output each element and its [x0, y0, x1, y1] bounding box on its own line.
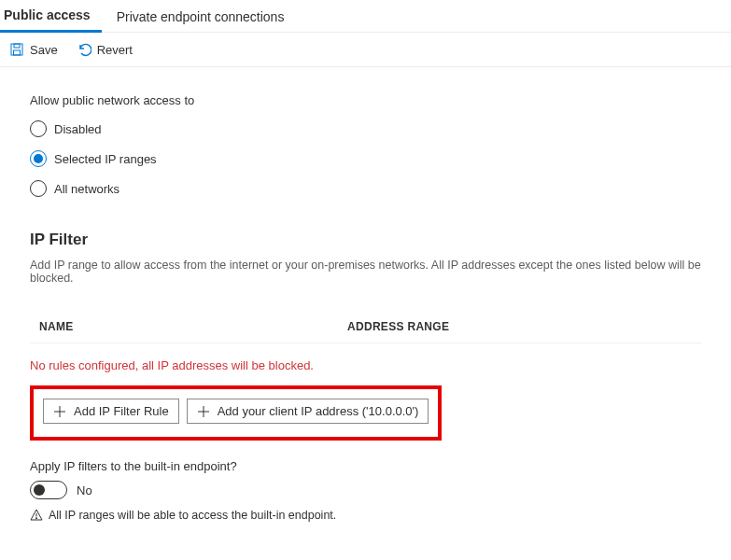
- add-client-ip-button[interactable]: Add your client IP address ('10.0.0.0'): [187, 399, 429, 424]
- apply-filters-info-text: All IP ranges will be able to access the…: [49, 509, 336, 522]
- apply-filters-label: Apply IP filters to the built-in endpoin…: [30, 459, 701, 473]
- apply-filters-toggle-row: No: [30, 481, 701, 499]
- radio-option-disabled[interactable]: Disabled: [30, 120, 701, 137]
- apply-filters-toggle-value: No: [77, 483, 92, 497]
- apply-filters-toggle[interactable]: [30, 481, 67, 499]
- radio-label-selected-ip: Selected IP ranges: [54, 152, 157, 166]
- apply-filters-info-row: All IP ranges will be able to access the…: [30, 509, 701, 522]
- save-button-label: Save: [30, 43, 58, 57]
- highlighted-buttons-container: Add IP Filter Rule Add your client IP ad…: [30, 385, 442, 441]
- revert-button-label: Revert: [97, 43, 133, 57]
- ip-filter-description: Add IP range to allow access from the in…: [30, 259, 701, 285]
- column-name: NAME: [39, 320, 347, 333]
- svg-point-8: [35, 518, 36, 519]
- svg-rect-1: [14, 44, 20, 48]
- save-button[interactable]: Save: [7, 40, 60, 59]
- plus-icon: [53, 405, 66, 418]
- radio-option-all-networks[interactable]: All networks: [30, 180, 701, 197]
- column-address-range: ADDRESS RANGE: [347, 320, 692, 333]
- add-client-ip-label: Add your client IP address ('10.0.0.0'): [218, 404, 419, 418]
- svg-rect-0: [11, 44, 22, 55]
- tab-public-access[interactable]: Public access: [0, 0, 102, 33]
- toolbar: Save Revert: [0, 33, 731, 67]
- public-access-radio-group: Disabled Selected IP ranges All networks: [30, 120, 701, 197]
- radio-icon: [30, 180, 47, 197]
- ip-filter-heading: IP Filter: [30, 231, 701, 249]
- radio-label-disabled: Disabled: [54, 122, 102, 136]
- radio-icon: [30, 150, 47, 167]
- radio-label-all-networks: All networks: [54, 182, 119, 196]
- ip-filter-table-header: NAME ADDRESS RANGE: [30, 311, 701, 343]
- add-ip-filter-rule-label: Add IP Filter Rule: [74, 404, 169, 418]
- save-icon: [9, 42, 24, 57]
- tab-private-endpoint-connections[interactable]: Private endpoint connections: [113, 2, 296, 32]
- public-access-label: Allow public network access to: [30, 93, 701, 107]
- svg-rect-2: [14, 50, 21, 55]
- radio-icon: [30, 120, 47, 137]
- add-ip-filter-rule-button[interactable]: Add IP Filter Rule: [43, 399, 179, 424]
- radio-option-selected-ip-ranges[interactable]: Selected IP ranges: [30, 150, 701, 167]
- content-area: Allow public network access to Disabled …: [0, 67, 731, 548]
- plus-icon: [197, 405, 210, 418]
- undo-icon: [77, 42, 91, 57]
- ip-filter-empty-message: No rules configured, all IP addresses wi…: [30, 343, 701, 385]
- tabs-bar: Public access Private endpoint connectio…: [0, 0, 731, 33]
- warning-icon: [30, 509, 43, 522]
- revert-button[interactable]: Revert: [75, 40, 134, 59]
